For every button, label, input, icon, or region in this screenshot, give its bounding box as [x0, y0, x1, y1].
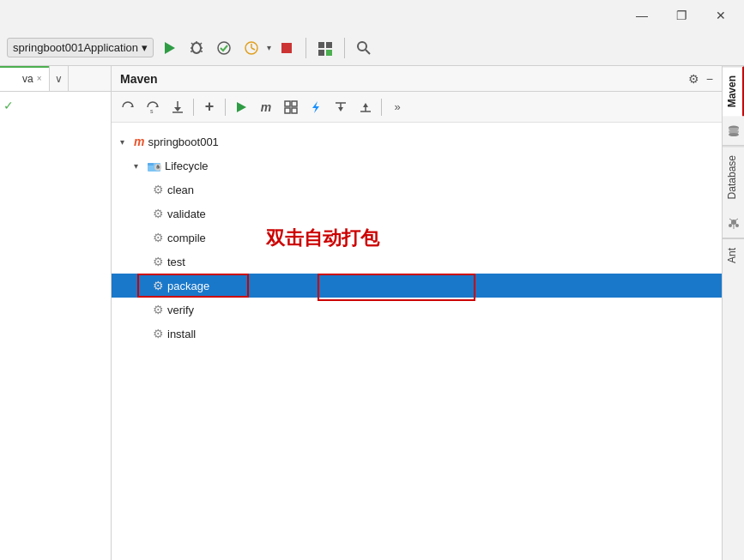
- svg-line-19: [366, 50, 370, 54]
- maven-run-button[interactable]: [230, 96, 252, 118]
- tree-item-package[interactable]: ⚙ package: [112, 274, 722, 298]
- maven-download-button[interactable]: [166, 96, 189, 118]
- profile-button[interactable]: [239, 36, 263, 60]
- maven-refresh-all-button[interactable]: s: [142, 96, 164, 118]
- svg-rect-30: [292, 108, 297, 113]
- svg-line-3: [191, 43, 193, 45]
- maven-toggle-button[interactable]: [280, 96, 302, 118]
- run-config-label: springboot001Application: [13, 41, 138, 54]
- svg-point-1: [192, 43, 201, 53]
- tree-arrow-lifecycle: ▾: [134, 161, 144, 171]
- maven-toolbar-sep-3: [381, 99, 382, 116]
- maven-add-button[interactable]: +: [198, 96, 221, 118]
- maven-header: Maven ⚙ −: [112, 66, 722, 92]
- sidebar-tab-ant-label: Ant: [726, 248, 738, 263]
- tree-item-verify[interactable]: ⚙ verify: [112, 298, 722, 322]
- tree-label-compile: compile: [167, 232, 206, 244]
- tree-item-root[interactable]: ▾ m springboot001: [112, 129, 722, 154]
- maven-toolbar: s + m: [112, 92, 722, 123]
- editor-tab[interactable]: va ×: [0, 66, 50, 91]
- tree-item-install[interactable]: ⚙ install: [112, 322, 722, 346]
- search-button[interactable]: [352, 36, 376, 60]
- tree-label-root: springboot001: [148, 135, 218, 148]
- maven-panel-title: Maven: [120, 72, 158, 86]
- tree-item-validate[interactable]: ⚙ validate: [112, 202, 722, 226]
- svg-rect-28: [292, 101, 297, 106]
- svg-rect-16: [318, 50, 324, 56]
- maven-align-top-button[interactable]: [330, 96, 352, 118]
- editor-checkmark: ✓: [3, 99, 14, 112]
- maven-lightning-button[interactable]: [305, 96, 327, 118]
- stop-button[interactable]: [275, 36, 299, 60]
- maven-tree: ▾ m springboot001 ▾ Lifecycl: [112, 123, 722, 560]
- maven-panel: Maven ⚙ − s: [112, 66, 722, 560]
- svg-marker-20: [130, 105, 133, 107]
- debug-button[interactable]: [184, 36, 209, 60]
- svg-rect-14: [318, 42, 324, 48]
- tree-item-compile[interactable]: ⚙ compile: [112, 226, 722, 250]
- tree-item-test[interactable]: ⚙ test: [112, 250, 722, 274]
- gear-icon-package: ⚙: [153, 279, 164, 292]
- svg-line-52: [735, 219, 738, 220]
- minimize-button[interactable]: —: [622, 2, 662, 29]
- lifecycle-folder-icon: [148, 159, 161, 172]
- maven-more-button[interactable]: »: [386, 96, 408, 118]
- tree-label-clean: clean: [167, 184, 194, 196]
- sidebar-tab-database-label: Database: [726, 155, 738, 199]
- main-toolbar: springboot001Application ▾: [0, 30, 744, 66]
- svg-marker-0: [165, 42, 175, 54]
- sidebar-tab-database-icon[interactable]: [723, 116, 744, 146]
- sidebar-tab-ant-icon[interactable]: [723, 208, 744, 238]
- svg-rect-39: [148, 163, 154, 166]
- sidebar-tab-ant[interactable]: Ant: [723, 238, 744, 272]
- sidebar-tab-database[interactable]: Database: [723, 146, 744, 208]
- tree-label-package: package: [167, 280, 209, 292]
- editor-tab-chevron[interactable]: ∨: [50, 66, 69, 91]
- gear-icon-test: ⚙: [153, 255, 164, 268]
- svg-rect-15: [326, 42, 332, 48]
- svg-rect-17: [326, 50, 332, 56]
- sidebar-tab-maven-label: Maven: [726, 75, 738, 107]
- close-button[interactable]: ✕: [701, 2, 741, 29]
- svg-point-44: [729, 133, 739, 136]
- maven-settings-icon[interactable]: ⚙: [688, 72, 699, 86]
- svg-marker-34: [338, 107, 343, 111]
- editor-tab-close[interactable]: ×: [37, 74, 42, 83]
- run-button[interactable]: [157, 36, 181, 60]
- svg-line-4: [200, 43, 202, 45]
- gear-icon-clean: ⚙: [153, 183, 164, 196]
- svg-text:s: s: [150, 108, 154, 114]
- dropdown-arrow-small: ▾: [267, 43, 271, 52]
- tree-item-clean[interactable]: ⚙ clean: [112, 178, 722, 202]
- tree-label-validate: validate: [167, 208, 206, 220]
- maven-m-icon: m: [134, 135, 144, 148]
- maven-toolbar-sep-2: [225, 99, 226, 116]
- tree-item-lifecycle[interactable]: ▾ Lifecycle: [112, 154, 722, 178]
- svg-rect-27: [285, 101, 290, 106]
- svg-rect-29: [285, 108, 290, 113]
- svg-line-51: [729, 219, 732, 220]
- build-button[interactable]: [313, 36, 337, 60]
- coverage-button[interactable]: [212, 36, 236, 60]
- tree-arrow-root: ▾: [120, 137, 130, 147]
- svg-point-18: [358, 42, 366, 51]
- editor-area: va × ∨ ✓: [0, 66, 112, 560]
- editor-tab-label: va: [22, 73, 33, 85]
- run-config-dropdown[interactable]: springboot001Application ▾: [7, 38, 154, 57]
- maven-refresh-button[interactable]: [117, 96, 139, 118]
- main-area: va × ∨ ✓ Maven ⚙ −: [0, 66, 744, 560]
- svg-line-12: [251, 48, 255, 50]
- gear-icon-validate: ⚙: [153, 207, 164, 220]
- tree-label-verify: verify: [167, 304, 194, 316]
- dropdown-arrow-icon: ▾: [142, 41, 148, 54]
- restore-button[interactable]: ❐: [662, 2, 701, 29]
- tree-label-install: install: [167, 328, 196, 340]
- maven-align-bottom-button[interactable]: [354, 96, 377, 118]
- maven-collapse-icon[interactable]: −: [706, 72, 713, 86]
- svg-marker-21: [155, 105, 158, 107]
- sidebar-tab-maven[interactable]: Maven: [723, 66, 744, 116]
- editor-tab-bar: va × ∨: [0, 66, 111, 92]
- svg-point-9: [218, 42, 230, 54]
- maven-m-button[interactable]: m: [255, 96, 277, 118]
- toolbar-separator-2: [344, 38, 345, 58]
